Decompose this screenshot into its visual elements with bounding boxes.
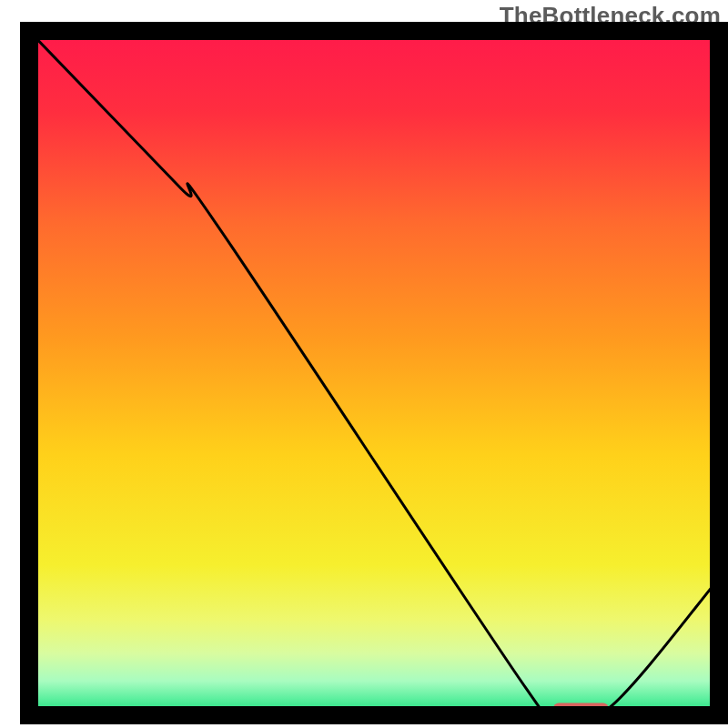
plot-background: [29, 31, 719, 715]
chart-container: TheBottleneck.com: [0, 0, 728, 728]
bottleneck-chart: [0, 0, 728, 728]
